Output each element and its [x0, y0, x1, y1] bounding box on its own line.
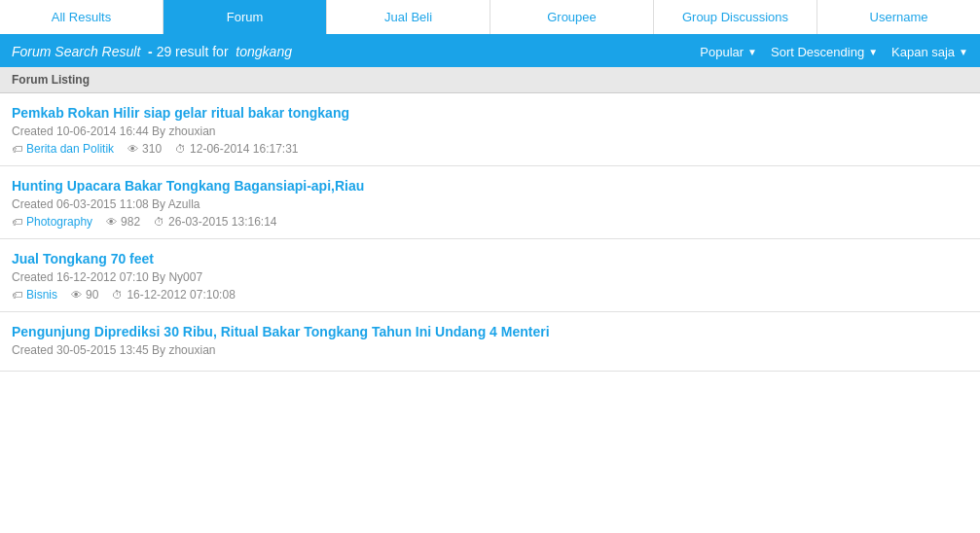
last-active-group: 12-06-2014 16:17:31	[175, 142, 298, 156]
tag-icon	[12, 288, 22, 302]
forum-item-tag[interactable]: Berita dan Politik	[26, 142, 114, 156]
chevron-down-icon: ▼	[747, 47, 757, 57]
tab-forum[interactable]: Forum	[163, 0, 327, 34]
tab-groupee[interactable]: Groupee	[490, 0, 654, 34]
result-title: Forum Search Result - 29 result for tong…	[12, 44, 292, 59]
eye-icon	[106, 215, 117, 229]
forum-item-title[interactable]: Jual Tongkang 70 feet	[12, 251, 968, 266]
eye-icon	[71, 288, 82, 302]
forum-item-tags: Bisnis 90 16-12-2012 07:10:08	[12, 288, 968, 302]
views-group: 310	[127, 142, 162, 156]
forum-item-title[interactable]: Hunting Upacara Bakar Tongkang Bagansiap…	[12, 178, 968, 194]
forum-item-meta: Created 10-06-2014 16:44 By zhouxian	[12, 124, 968, 138]
forum-listing-label: Forum Listing	[0, 67, 980, 93]
views-group: 90	[71, 288, 98, 302]
clock-icon	[175, 142, 186, 156]
forum-item-title[interactable]: Pengunjung Diprediksi 30 Ribu, Ritual Ba…	[12, 324, 968, 339]
tag-group: Bisnis	[12, 288, 57, 302]
forum-item-meta: Created 16-12-2012 07:10 By Ny007	[12, 270, 968, 284]
chevron-down-icon: ▼	[868, 47, 878, 57]
tab-bar: All Results Forum Jual Beli Groupee Grou…	[0, 0, 980, 36]
last-active-group: 26-03-2015 13:16:14	[154, 215, 276, 229]
last-active-group: 16-12-2012 07:10:08	[112, 288, 235, 302]
forum-item: Jual Tongkang 70 feet Created 16-12-2012…	[0, 239, 980, 312]
forum-item: Pengunjung Diprediksi 30 Ribu, Ritual Ba…	[0, 312, 980, 372]
forum-item-last-active: 26-03-2015 13:16:14	[168, 215, 276, 229]
sort-descending[interactable]: Sort Descending ▼	[771, 45, 878, 59]
tag-icon	[12, 215, 22, 229]
tab-jual-beli[interactable]: Jual Beli	[327, 0, 490, 34]
tag-group: Berita dan Politik	[12, 142, 114, 156]
tab-all-results[interactable]: All Results	[0, 0, 163, 34]
forum-item-last-active: 12-06-2014 16:17:31	[190, 142, 298, 156]
tab-group-discussions[interactable]: Group Discussions	[654, 0, 817, 34]
sort-popular[interactable]: Popular ▼	[700, 45, 757, 59]
clock-icon	[154, 215, 164, 229]
forum-item-meta: Created 06-03-2015 11:08 By Azulla	[12, 197, 968, 211]
forum-item-tag[interactable]: Photography	[26, 215, 92, 229]
tag-group: Photography	[12, 215, 92, 229]
forum-item-tags: Photography 982 26-03-2015 13:16:14	[12, 215, 968, 229]
forum-item-tags: Berita dan Politik 310 12-06-2014 16:17:…	[12, 142, 968, 156]
result-header: Forum Search Result - 29 result for tong…	[0, 36, 980, 67]
forum-item-views: 90	[86, 288, 98, 302]
forum-item-last-active: 16-12-2012 07:10:08	[127, 288, 235, 302]
forum-item: Hunting Upacara Bakar Tongkang Bagansiap…	[0, 166, 980, 239]
tag-icon	[12, 142, 22, 156]
eye-icon	[127, 142, 138, 156]
forum-item: Pemkab Rokan Hilir siap gelar ritual bak…	[0, 93, 980, 166]
forum-item-views: 982	[121, 215, 140, 229]
forum-item-tag[interactable]: Bisnis	[26, 288, 57, 302]
forum-item-views: 310	[142, 142, 162, 156]
sort-time[interactable]: Kapan saja ▼	[891, 45, 968, 59]
chevron-down-icon: ▼	[959, 47, 968, 57]
result-controls: Popular ▼ Sort Descending ▼ Kapan saja ▼	[700, 45, 968, 59]
forum-item-title[interactable]: Pemkab Rokan Hilir siap gelar ritual bak…	[12, 105, 968, 121]
forum-item-meta: Created 30-05-2015 13:45 By zhouxian	[12, 343, 968, 357]
tab-username[interactable]: Username	[817, 0, 980, 34]
views-group: 982	[106, 215, 140, 229]
clock-icon	[112, 288, 123, 302]
forum-results-list: Pemkab Rokan Hilir siap gelar ritual bak…	[0, 93, 980, 372]
